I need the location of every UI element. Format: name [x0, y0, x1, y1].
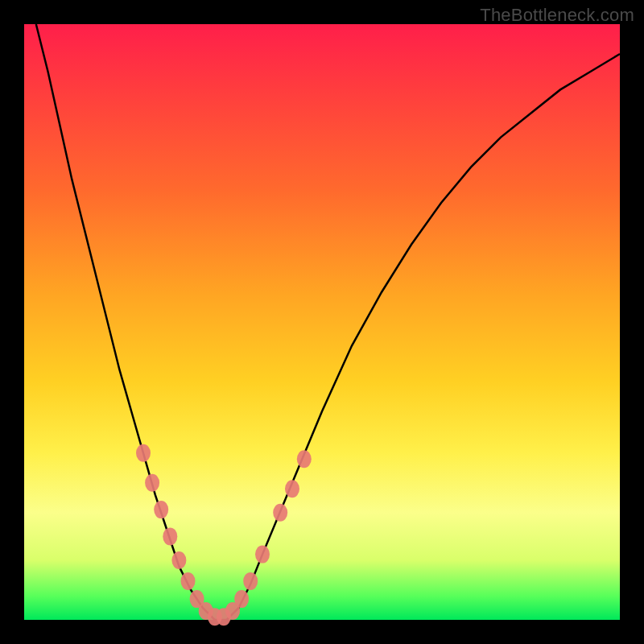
curve-marker [243, 572, 258, 590]
chart-frame: TheBottleneck.com [0, 0, 644, 644]
curve-marker [145, 474, 159, 492]
plot-area [24, 24, 620, 620]
curve-marker [181, 572, 196, 590]
curve-marker [255, 546, 270, 564]
curve-marker [171, 551, 186, 569]
curve-marker [163, 527, 177, 545]
curve-marker [285, 480, 299, 497]
curve-marker [273, 504, 287, 522]
curve-marker [136, 444, 151, 462]
curve-marker [234, 590, 249, 608]
chart-svg [24, 24, 620, 620]
watermark-text: TheBottleneck.com [480, 5, 634, 26]
bottleneck-curve [36, 24, 620, 620]
curve-markers [136, 444, 312, 626]
curve-marker [297, 450, 312, 468]
curve-marker [154, 501, 168, 518]
